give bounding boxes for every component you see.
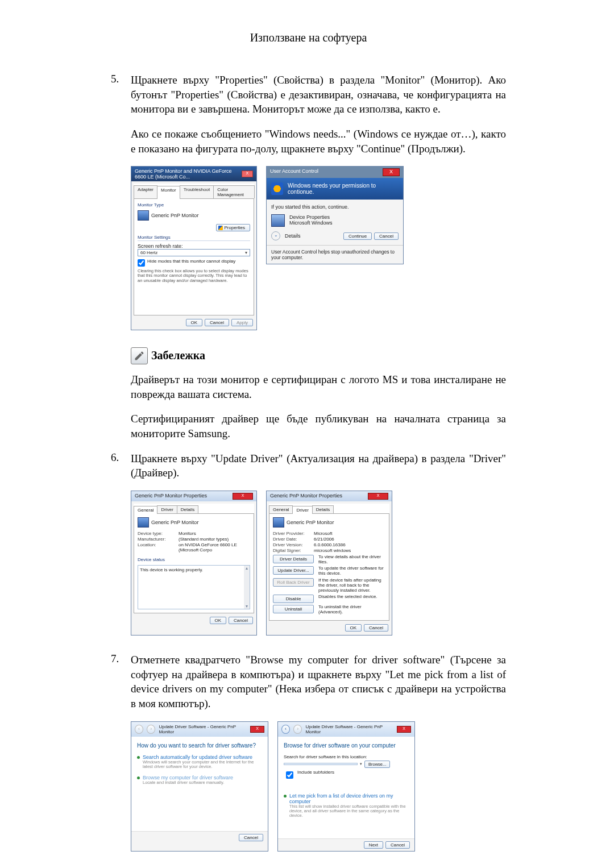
- continue-button[interactable]: Continue: [343, 232, 372, 240]
- hide-modes-description: Clearing this check box allows you to se…: [138, 269, 250, 283]
- ok-button[interactable]: OK: [210, 617, 227, 624]
- forward-icon[interactable]: ›: [147, 725, 155, 734]
- monitor-name: Generic PnP Monitor: [151, 213, 198, 218]
- roll-back-driver-button[interactable]: Roll Back Driver: [273, 578, 314, 587]
- apply-button[interactable]: Apply: [231, 319, 253, 326]
- tab-general[interactable]: General: [134, 506, 157, 514]
- update-driver-button[interactable]: Update Driver...: [273, 566, 314, 575]
- close-icon[interactable]: X: [250, 726, 264, 733]
- hide-modes-checkbox[interactable]: [138, 259, 145, 267]
- cancel-button[interactable]: Cancel: [205, 319, 229, 326]
- refresh-rate-select[interactable]: 60 Hertz ▾: [138, 249, 250, 256]
- screenshot-row-3: ‹ › Update Driver Software - Generic PnP…: [131, 721, 506, 852]
- tab-monitor[interactable]: Monitor: [157, 186, 180, 199]
- dialog-title-text: Generic PnP Monitor Properties: [270, 493, 342, 500]
- update-driver-wizard-browse: ‹ › Update Driver Software - Generic PnP…: [277, 721, 415, 852]
- ok-button[interactable]: OK: [345, 624, 362, 632]
- note-p2: Сертифицираният драйвер ще бъде публикув…: [131, 412, 506, 441]
- wizard-header: ‹ › Update Driver Software - Generic PnP…: [278, 722, 414, 737]
- screenshot-row-1: Generic PnP Monitor and NVIDIA GeForce 6…: [131, 166, 506, 330]
- kv-value: microsoft windows: [314, 548, 385, 553]
- cancel-button[interactable]: Cancel: [374, 232, 399, 240]
- device-properties-driver-dialog: Generic PnP Monitor Properties X General…: [266, 491, 392, 636]
- cancel-button[interactable]: Cancel: [364, 624, 388, 632]
- list-text: Щракнете върху "Update Driver" (Актуализ…: [131, 451, 506, 480]
- kv-key: Driver Provider:: [273, 531, 314, 536]
- tab-general[interactable]: General: [269, 505, 293, 513]
- close-icon[interactable]: X: [397, 726, 411, 733]
- properties-button[interactable]: Properties: [216, 224, 250, 231]
- step-7: 7. Отметнете квадратчето "Browse my comp…: [111, 653, 506, 711]
- uninstall-button[interactable]: Uninstall: [273, 605, 314, 613]
- back-icon[interactable]: ‹: [135, 725, 143, 734]
- kv-key: Driver Version:: [273, 542, 314, 547]
- uac-dialog: User Account Control X Windows needs you…: [266, 166, 404, 264]
- cancel-button[interactable]: Cancel: [229, 617, 253, 624]
- tab-strip: Adapter Monitor Troubleshoot Color Manag…: [134, 184, 254, 199]
- driver-details-desc: To view details about the driver files.: [318, 555, 385, 565]
- close-icon[interactable]: X: [233, 493, 253, 500]
- ok-button[interactable]: OK: [186, 319, 203, 326]
- scroll-up-icon[interactable]: ▴: [246, 566, 248, 571]
- close-icon[interactable]: X: [368, 493, 388, 500]
- uac-headline: Windows needs your permission to contion…: [288, 182, 399, 195]
- include-subfolders-checkbox[interactable]: [286, 771, 293, 779]
- tab-details[interactable]: Details: [312, 505, 334, 513]
- device-status-heading: Device status: [138, 557, 250, 563]
- dialog-title-text: Generic PnP Monitor and NVIDIA GeForce 6…: [135, 168, 242, 180]
- location-label: Search for driver software in this locat…: [284, 754, 409, 759]
- tab-driver[interactable]: Driver: [157, 505, 177, 513]
- option-search-auto[interactable]: Search automatically for updated driver …: [137, 754, 262, 770]
- update-driver-desc: To update the driver software for this d…: [318, 566, 385, 576]
- chevron-down-icon[interactable]: ⌄: [271, 231, 280, 240]
- next-button[interactable]: Next: [364, 841, 383, 849]
- close-icon[interactable]: X: [242, 171, 253, 177]
- list-number: 5.: [111, 73, 131, 117]
- section-monitor-settings: Monitor Settings: [138, 235, 250, 241]
- refresh-rate-value: 60 Hertz: [140, 250, 157, 255]
- uninstall-desc: To uninstall the driver (Advanced).: [318, 605, 385, 615]
- disable-desc: Disables the selected device.: [318, 595, 385, 600]
- uac-details-link[interactable]: Details: [285, 233, 301, 239]
- cancel-button[interactable]: Cancel: [239, 834, 263, 841]
- tab-troubleshoot[interactable]: Troubleshoot: [180, 185, 214, 198]
- note-label: Забележка: [151, 349, 205, 362]
- note-p1: Драйверът на този монитор е сертифициран…: [131, 372, 506, 401]
- scrollbar[interactable]: ▴▾: [244, 566, 250, 609]
- back-icon[interactable]: ‹: [281, 725, 290, 734]
- uac-titlebar: User Account Control X: [267, 167, 403, 178]
- close-icon[interactable]: X: [383, 168, 400, 176]
- wizard-breadcrumb: Update Driver Software - Generic PnP Mon…: [159, 724, 247, 734]
- cancel-button[interactable]: Cancel: [385, 841, 410, 849]
- device-properties-icon: [271, 214, 285, 227]
- browse-button[interactable]: Browse...: [364, 761, 390, 768]
- chevron-down-icon[interactable]: ▾: [360, 762, 362, 766]
- location-combobox[interactable]: [284, 763, 358, 765]
- pencil-icon: [131, 347, 148, 364]
- tab-adapter[interactable]: Adapter: [134, 185, 157, 198]
- step-6: 6. Щракнете върху "Update Driver" (Актуа…: [111, 451, 506, 480]
- uac-app-name: Device Properties: [289, 214, 333, 220]
- dialog-title-text: Generic PnP Monitor Properties: [135, 493, 207, 500]
- wizard-header: ‹ › Update Driver Software - Generic PnP…: [131, 722, 268, 737]
- device-status-box: This device is working properly. ▴▾: [138, 565, 250, 609]
- forward-icon[interactable]: ›: [293, 725, 302, 734]
- uac-headline-bar: Windows needs your permission to contion…: [267, 178, 403, 200]
- disable-button[interactable]: Disable: [273, 595, 314, 603]
- tab-driver[interactable]: Driver: [292, 506, 312, 514]
- option-browse-computer[interactable]: Browse my computer for driver software L…: [137, 775, 262, 785]
- tab-details[interactable]: Details: [177, 505, 198, 513]
- note-heading: Забележка: [131, 347, 506, 364]
- kv-key: Driver Date:: [273, 537, 314, 542]
- tab-color-management[interactable]: Color Management: [213, 185, 255, 198]
- page-title: Използване на софтуера: [111, 31, 506, 44]
- option-desc: Windows will search your computer and th…: [143, 760, 262, 770]
- hide-modes-label: Hide modes that this monitor cannot disp…: [147, 259, 235, 264]
- scroll-down-icon[interactable]: ▾: [246, 604, 248, 609]
- driver-details-button[interactable]: Driver Details: [273, 555, 314, 563]
- dialog-titlebar: Generic PnP Monitor and NVIDIA GeForce 6…: [131, 167, 256, 181]
- option-let-me-pick[interactable]: Let me pick from a list of device driver…: [284, 793, 409, 819]
- update-driver-wizard-search: ‹ › Update Driver Software - Generic PnP…: [131, 721, 268, 852]
- option-title: Browse my computer for driver software: [143, 775, 262, 780]
- kv-value: 6/21/2006: [314, 537, 385, 542]
